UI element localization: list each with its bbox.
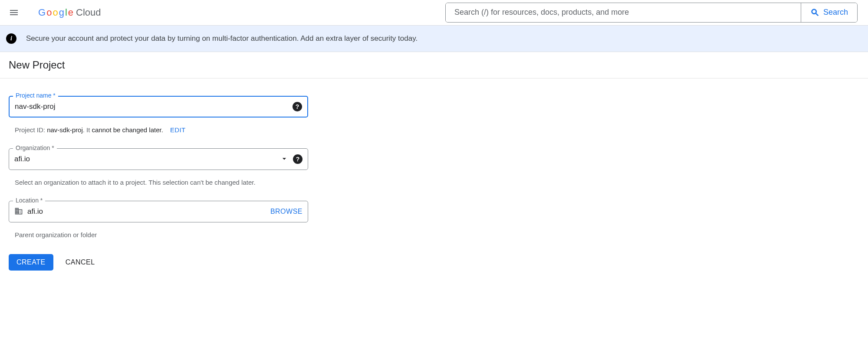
- project-name-label: Project name *: [13, 92, 58, 99]
- search-container: Search: [445, 3, 858, 23]
- search-button[interactable]: Search: [801, 3, 857, 22]
- search-button-label: Search: [823, 8, 848, 17]
- location-helper: Parent organization or folder: [9, 227, 308, 238]
- browse-location-link[interactable]: BROWSE: [270, 208, 302, 215]
- organization-select[interactable]: afi.io ?: [9, 148, 308, 170]
- project-id-helper: Project ID: nav-sdk-proj. It cannot be c…: [9, 122, 308, 134]
- organization-field: Organization * afi.io ?: [9, 148, 308, 170]
- header: GoogleCloud Search: [0, 0, 868, 25]
- create-button[interactable]: CREATE: [9, 254, 53, 271]
- new-project-form: Project name * ? Project ID: nav-sdk-pro…: [0, 78, 317, 279]
- project-name-input[interactable]: [15, 102, 288, 111]
- page-title: New Project: [0, 52, 868, 78]
- search-icon: [810, 8, 820, 17]
- banner-message: Secure your account and protect your dat…: [26, 34, 418, 43]
- organization-value: afi.io: [14, 155, 276, 163]
- help-icon[interactable]: ?: [293, 154, 302, 164]
- organization-icon: [14, 207, 23, 217]
- form-actions: CREATE CANCEL: [9, 254, 308, 271]
- location-label: Location *: [13, 197, 45, 204]
- search-input[interactable]: [446, 3, 801, 22]
- cancel-button[interactable]: CANCEL: [66, 258, 95, 266]
- edit-project-id-link[interactable]: EDIT: [170, 126, 185, 134]
- info-icon: i: [6, 33, 16, 44]
- location-field: Location * afi.io BROWSE: [9, 201, 308, 222]
- chevron-down-icon: [280, 154, 289, 164]
- mfa-banner: i Secure your account and protect your d…: [0, 25, 868, 52]
- google-cloud-logo[interactable]: GoogleCloud: [38, 7, 101, 18]
- menu-button[interactable]: [6, 5, 22, 20]
- project-name-field: Project name * ?: [9, 96, 308, 118]
- location-value: afi.io: [27, 207, 266, 216]
- help-icon[interactable]: ?: [293, 102, 302, 111]
- hamburger-icon: [9, 7, 19, 18]
- organization-label: Organization *: [13, 144, 57, 151]
- organization-helper: Select an organization to attach it to a…: [9, 174, 308, 186]
